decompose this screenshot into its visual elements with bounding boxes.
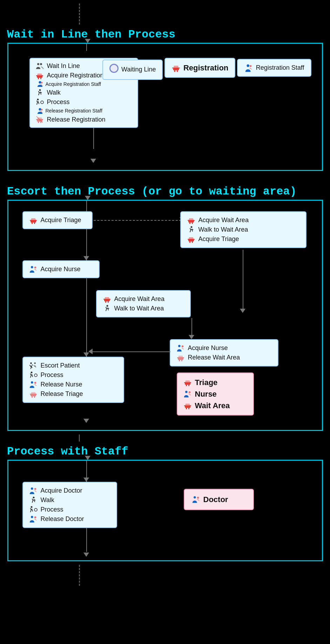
person-nurse-icon xyxy=(29,265,38,274)
svg-rect-24 xyxy=(32,222,33,224)
c-acquire-wait-label: Acquire Wait Area xyxy=(114,294,164,304)
release-doctor-label: Release Doctor xyxy=(41,514,84,524)
chair-triage-icon xyxy=(29,216,38,225)
svg-rect-28 xyxy=(189,222,190,224)
right-top-box: Acquire Wait Area Walk to Wait Area Acqu… xyxy=(180,211,307,248)
legend-reg-staff-label: Registration Staff xyxy=(256,63,304,73)
acquire-triage-item: Acquire Triage xyxy=(29,215,86,225)
walk-icon-r xyxy=(187,225,196,234)
svg-point-77 xyxy=(197,496,199,499)
release-nurse-label: Release Nurse xyxy=(41,380,82,389)
svg-rect-65 xyxy=(185,405,190,408)
svg-rect-15 xyxy=(40,122,41,123)
arr-right-box-down xyxy=(240,309,245,313)
svg-point-75 xyxy=(34,516,36,518)
acquire-nurse-box: Acquire Nurse xyxy=(22,260,100,278)
person-blue-icon-1 xyxy=(36,81,43,88)
legend-wl-item: Waiting Line xyxy=(109,64,156,76)
section3-box: Acquire Doctor Walk Process Release Doct… xyxy=(7,460,323,561)
svg-rect-45 xyxy=(178,357,183,360)
svg-point-74 xyxy=(31,516,33,518)
connector-s2-s3 xyxy=(79,434,80,441)
chair-release-t-icon xyxy=(29,390,38,399)
legend-waiting-line: Waiting Line xyxy=(102,60,163,80)
chair-legend-icon xyxy=(171,63,181,73)
svg-point-71 xyxy=(33,496,34,498)
person-nurse-r-icon xyxy=(176,344,185,353)
svg-rect-38 xyxy=(104,299,110,301)
walk-item-s1: Walk xyxy=(35,88,133,97)
walk-s3-label: Walk xyxy=(41,495,54,505)
escort-icon xyxy=(29,361,38,370)
r-acquire-triage-label: Acquire Triage xyxy=(198,234,239,244)
svg-rect-25 xyxy=(34,222,35,224)
svg-point-11 xyxy=(39,108,41,110)
walk-s3-icon xyxy=(29,496,38,505)
arr-to-nurse xyxy=(83,256,89,260)
walk-c-icon xyxy=(102,304,112,313)
r-walk-wait-label: Walk to Wait Area xyxy=(198,225,248,234)
svg-rect-57 xyxy=(34,396,35,398)
svg-point-8 xyxy=(39,89,41,91)
bottom-dashed-line xyxy=(79,565,80,586)
legend-wl-label: Waiting Line xyxy=(121,65,156,74)
svg-rect-19 xyxy=(177,70,178,72)
svg-rect-67 xyxy=(188,408,189,409)
legend-s1: Waiting Line Registration xyxy=(102,58,311,83)
legend-wait-area-label: Wait Area xyxy=(195,400,230,411)
svg-point-10 xyxy=(41,101,43,104)
svg-rect-56 xyxy=(32,396,33,398)
acquire-nurse-label: Acquire Nurse xyxy=(41,265,81,274)
acquire-doctor-item: Acquire Doctor xyxy=(29,486,111,495)
svg-rect-17 xyxy=(173,67,179,70)
dashed-vert-center xyxy=(86,278,87,299)
gear-walk-icon xyxy=(35,98,44,107)
people-icon xyxy=(35,62,44,71)
svg-rect-27 xyxy=(188,220,194,222)
legend-nurse-item: Nurse xyxy=(183,388,248,400)
svg-rect-68 xyxy=(186,404,190,405)
legend-wait-area-item: Wait Area xyxy=(183,400,248,411)
right-vert-line xyxy=(243,250,243,309)
process-label-s1: Process xyxy=(47,97,70,107)
r-acquire-wait-item: Acquire Wait Area xyxy=(187,215,300,225)
line-to-escort xyxy=(86,337,87,353)
rn-acquire-nurse-label: Acquire Nurse xyxy=(188,343,228,353)
svg-rect-62 xyxy=(186,381,190,382)
walk-s3-item: Walk xyxy=(29,495,111,505)
svg-point-1 xyxy=(40,63,42,65)
svg-rect-5 xyxy=(38,74,42,75)
center-wait-box: Acquire Wait Area Walk to Wait Area xyxy=(96,290,191,317)
acquire-reg-staff-label: Acquire Registration Staff xyxy=(46,80,101,88)
line-center-to-right xyxy=(191,318,192,336)
process-escort-item: Process xyxy=(29,370,118,380)
svg-rect-14 xyxy=(38,122,39,123)
release-triage-item: Release Triage xyxy=(29,389,118,399)
arrow-into-s2 xyxy=(85,196,90,200)
section2-box: Acquire Triage Acquire Wait Area Walk to… xyxy=(7,200,323,431)
svg-rect-23 xyxy=(31,220,36,222)
svg-point-31 xyxy=(190,226,192,228)
arrow-out-s2 xyxy=(83,419,89,423)
svg-rect-4 xyxy=(40,78,41,79)
person-release-n-icon xyxy=(29,380,38,389)
escort-process-box: Escort Patient Process Release Nurse Rel… xyxy=(22,357,124,403)
person-doctor-leg-icon xyxy=(191,495,201,504)
legend-registration: Registration xyxy=(164,58,235,78)
doctor-legend-item: Doctor xyxy=(191,494,246,505)
chair-triage-icon-r xyxy=(187,235,196,244)
gear-walk-e-icon xyxy=(29,371,38,380)
acquire-triage-label: Acquire Triage xyxy=(41,215,81,225)
svg-point-42 xyxy=(106,305,108,307)
c-walk-wait-label: Walk to Wait Area xyxy=(114,304,164,313)
svg-rect-39 xyxy=(105,301,106,303)
svg-rect-46 xyxy=(179,360,180,361)
arrow-into-s3 xyxy=(85,456,90,460)
svg-rect-34 xyxy=(192,241,193,243)
waiting-line-circle-icon xyxy=(109,64,119,76)
legend-s2-pink: Triage Nurse Wait Area xyxy=(177,372,254,416)
person-doctor-icon xyxy=(29,486,38,495)
legend-reg-staff: Registration Staff xyxy=(237,59,311,77)
line-top-s2 xyxy=(86,201,87,211)
svg-rect-40 xyxy=(108,301,109,303)
